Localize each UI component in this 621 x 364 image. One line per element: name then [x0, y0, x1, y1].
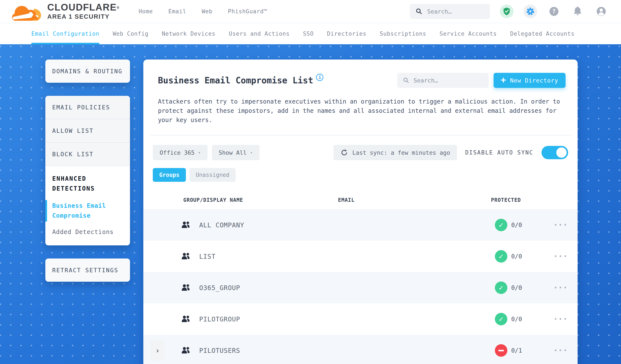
- table-header-row: GROUP/DISPLAY NAME EMAIL PROTECTED: [143, 191, 578, 209]
- settings-button[interactable]: [523, 4, 537, 18]
- chevron-down-icon: ▾: [198, 150, 201, 155]
- row-menu-icon[interactable]: •••: [554, 253, 568, 260]
- page-description: Attackers often try to impersonate execu…: [158, 97, 566, 125]
- not-protected-icon: [495, 344, 507, 357]
- gear-icon: [526, 7, 535, 16]
- sidebar-item-retract-settings[interactable]: RETRACT SETTINGS: [45, 259, 130, 282]
- nav-home[interactable]: Home: [138, 8, 153, 15]
- section-nav: Email Configuration Web Config Network D…: [0, 23, 621, 44]
- sidebar-item-email-policies[interactable]: EMAIL POLICIES: [45, 96, 130, 119]
- top-right-controls: ?: [410, 4, 608, 19]
- protected-cell: 0/1: [489, 344, 545, 357]
- help-button[interactable]: ?: [547, 4, 561, 18]
- protected-count: 0/0: [511, 253, 522, 260]
- expand-row-button[interactable]: ›: [151, 341, 164, 360]
- protected-count: 0/0: [511, 222, 522, 229]
- tab-subscriptions[interactable]: Subscriptions: [380, 23, 426, 44]
- sidebar-label: ALLOW LIST: [52, 127, 94, 134]
- last-sync-button[interactable]: Last sync: a few minutes ago: [333, 145, 457, 160]
- notifications-button[interactable]: [571, 4, 585, 18]
- sidebar-item-business-email-compromise[interactable]: Business Email Compromise: [45, 200, 130, 222]
- directory-filter-dropdown[interactable]: Office 365 ▾: [153, 145, 207, 160]
- global-search[interactable]: [410, 4, 490, 19]
- nav-email[interactable]: Email: [169, 8, 186, 15]
- group-name: LIST: [192, 253, 336, 260]
- protected-cell: ✓ 0/0: [489, 250, 545, 262]
- chevron-right-icon: ›: [155, 346, 160, 355]
- sidebar-item-block-list[interactable]: BLOCK LIST: [45, 143, 130, 166]
- sidebar-item-added-detections[interactable]: Added Detections: [52, 228, 123, 236]
- search-icon: [415, 8, 422, 15]
- list-controls: Office 365 ▾ Show All ▾ Last sync: a few…: [153, 145, 568, 160]
- column-header-email: EMAIL: [336, 197, 489, 203]
- protected-cell: ✓ 0/0: [489, 219, 545, 231]
- row-menu-icon[interactable]: •••: [554, 222, 568, 228]
- protected-cell: ✓ 0/0: [489, 313, 545, 325]
- tab-directories[interactable]: Directories: [327, 23, 366, 44]
- column-header-protected: PROTECTED: [489, 197, 545, 203]
- global-search-input[interactable]: [427, 8, 484, 15]
- info-icon[interactable]: i: [316, 74, 323, 81]
- table-row: LIST ✓ 0/0 •••: [143, 241, 578, 272]
- sidebar-label: ENHANCED DETECTIONS: [52, 175, 95, 192]
- help-icon: ?: [548, 6, 560, 17]
- tab-sso[interactable]: SSO: [303, 23, 314, 44]
- protected-cell: ✓ 0/0: [489, 281, 545, 294]
- cloudflare-logo[interactable]: CLOUDFLARE® AREA 1 SECURITY: [12, 1, 120, 22]
- security-status-button[interactable]: [500, 4, 514, 18]
- last-sync-label: Last sync: a few minutes ago: [352, 149, 450, 156]
- protected-count: 0/1: [511, 347, 522, 354]
- tab-web-config[interactable]: Web Config: [113, 23, 149, 44]
- toggle-knob: [556, 147, 567, 158]
- list-search[interactable]: [397, 73, 489, 88]
- brand-name: CLOUDFLARE: [47, 2, 117, 12]
- table-row: O365_GROUP ✓ 0/0 •••: [143, 272, 578, 303]
- sync-controls: Last sync: a few minutes ago DISABLE AUT…: [333, 145, 568, 160]
- group-icon: [181, 347, 190, 355]
- view-tabs: Groups Unassigned: [153, 168, 568, 182]
- tab-network-devices[interactable]: Network Devices: [162, 23, 216, 44]
- group-icon: [181, 221, 190, 229]
- protected-check-icon: ✓: [495, 219, 507, 231]
- sidebar-label: RETRACT SETTINGS: [52, 267, 118, 274]
- list-search-input[interactable]: [414, 77, 483, 84]
- registered-mark: ®: [117, 3, 120, 13]
- protected-check-icon: ✓: [495, 281, 507, 294]
- scope-filter-dropdown[interactable]: Show All ▾: [212, 145, 259, 160]
- tab-users-and-actions[interactable]: Users and Actions: [229, 23, 290, 44]
- row-menu-icon[interactable]: •••: [554, 347, 568, 354]
- table-row: › PILOTUSERS 0/1 •••: [143, 335, 578, 364]
- nav-phishguard[interactable]: PhishGuard™: [228, 8, 267, 15]
- group-name: O365_GROUP: [192, 284, 336, 292]
- sidebar-label: Business Email Compromise: [52, 202, 106, 219]
- group-icon: [181, 284, 190, 292]
- tab-unassigned[interactable]: Unassigned: [189, 168, 236, 182]
- nav-web[interactable]: Web: [202, 8, 212, 15]
- disable-auto-sync-label: DISABLE AUTO SYNC: [465, 149, 533, 156]
- tab-email-configuration[interactable]: Email Configuration: [31, 23, 99, 44]
- refresh-icon: [340, 149, 348, 156]
- panel-header-actions: + New Directory: [397, 73, 566, 88]
- sidebar-item-domains-routing[interactable]: DOMAINS & ROUTING: [45, 60, 130, 83]
- auto-sync-toggle[interactable]: [541, 146, 568, 159]
- protected-count: 0/0: [511, 284, 522, 291]
- primary-nav: Home Email Web PhishGuard™: [138, 8, 267, 15]
- sidebar-item-allow-list[interactable]: ALLOW LIST: [45, 119, 130, 143]
- chevron-down-icon: ▾: [250, 150, 253, 155]
- new-directory-button[interactable]: + New Directory: [494, 73, 566, 88]
- group-name: PILOTGROUP: [192, 315, 336, 323]
- sidebar-item-enhanced-detections[interactable]: ENHANCED DETECTIONS: [45, 166, 130, 194]
- new-directory-label: New Directory: [510, 77, 558, 84]
- protected-count: 0/0: [511, 316, 522, 323]
- account-button[interactable]: [594, 4, 608, 18]
- column-header-group-display-name: GROUP/DISPLAY NAME: [143, 197, 336, 203]
- sidebar-label: EMAIL POLICIES: [52, 104, 110, 111]
- tab-service-accounts[interactable]: Service Accounts: [440, 23, 497, 44]
- sidebar-label: Added Detections: [52, 228, 114, 236]
- row-menu-icon[interactable]: •••: [554, 284, 568, 291]
- svg-text:?: ?: [552, 8, 556, 15]
- tab-groups[interactable]: Groups: [153, 168, 186, 182]
- search-icon: [403, 77, 409, 84]
- tab-delegated-accounts[interactable]: Delegated Accounts: [510, 23, 575, 44]
- row-menu-icon[interactable]: •••: [554, 316, 568, 322]
